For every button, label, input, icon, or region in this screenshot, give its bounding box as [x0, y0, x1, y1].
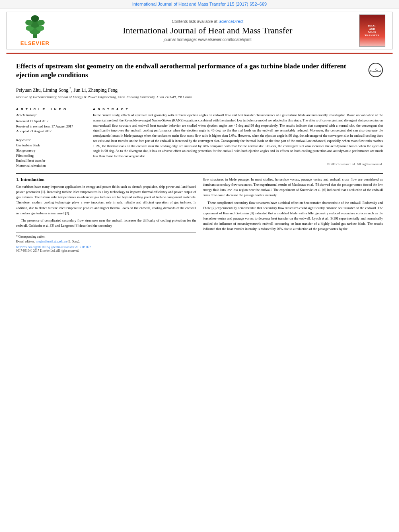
article-info-label: A R T I C L E I N F O: [16, 107, 86, 111]
journal-homepage: journal homepage: www.elsevier.com/locat…: [59, 37, 356, 42]
elsevier-tree-icon: [21, 15, 49, 39]
keyword-3: Film cooling: [16, 153, 86, 158]
abstract-column: A B S T R A C T In the current study, ef…: [93, 107, 383, 168]
article-title: Effects of upstream slot geometry on the…: [16, 62, 364, 80]
intro-right-body-text: flow structures in blade passage. In mos…: [203, 177, 383, 232]
copyright: © 2017 Elsevier Ltd. All rights reserved…: [93, 162, 383, 166]
contents-line: Contents lists available at ScienceDirec…: [59, 19, 356, 24]
journal-title: International Journal of Heat and Mass T…: [59, 25, 356, 36]
crossmark-icon: ✓ CrossMark: [368, 63, 383, 77]
intro-right-para-1: flow structures in blade passage. In mos…: [203, 177, 383, 198]
doi-text: http://dx.doi.org/10.1016/j.ijheatmasstr…: [16, 245, 91, 249]
crossmark-badge-area: ✓ CrossMark: [368, 63, 383, 77]
page: International Journal of Heat and Mass T…: [0, 0, 399, 532]
article-info-abstract-row: A R T I C L E I N F O Article history: R…: [16, 107, 383, 168]
revised-date: Received in revised form 17 August 2017: [16, 124, 86, 129]
divider-after-affiliation: [16, 104, 383, 104]
keywords-block: Keywords: Gas turbine blade Slot geometr…: [16, 138, 86, 168]
article-info-column: A R T I C L E I N F O Article history: R…: [16, 107, 86, 168]
email-label: E-mail address:: [16, 240, 35, 243]
keyword-5: Numerical simulation: [16, 163, 86, 168]
journal-cover-image: HEAT AND MASS TRANSFER: [359, 14, 385, 47]
citation-text: International Journal of Heat and Mass T…: [132, 2, 267, 6]
svg-point-6: [37, 20, 45, 25]
article-content: Effects of upstream slot geometry on the…: [0, 54, 399, 257]
intro-para-2: The presence of complicated secondary fl…: [16, 218, 196, 228]
email-suffix: (L. Song).: [68, 240, 80, 243]
intro-right-column: flow structures in blade passage. In mos…: [203, 177, 383, 253]
authors: Peiyuan Zhu, Liming Song *, Jun Li, Zhen…: [16, 87, 383, 93]
keywords-heading: Keywords:: [16, 138, 86, 142]
received-date: Received 11 April 2017: [16, 119, 86, 124]
accepted-date: Accepted 21 August 2017: [16, 129, 86, 134]
citation-bar: International Journal of Heat and Mass T…: [0, 0, 399, 8]
author-list: Peiyuan Zhu, Liming Song *, Jun Li, Zhen…: [16, 87, 117, 93]
intro-heading-text: 1. Introduction: [16, 177, 45, 182]
journal-cover: HEAT AND MASS TRANSFER: [356, 14, 388, 47]
email-line: E-mail address: songlm@mail.xjtu.edu.cn …: [16, 239, 196, 244]
article-history: Article history: Received 11 April 2017 …: [16, 113, 86, 134]
sciencedirect-link[interactable]: ScienceDirect: [218, 19, 243, 24]
abstract-text: In the current study, effects of upstrea…: [93, 113, 383, 159]
keyword-2: Slot geometry: [16, 148, 86, 153]
keyword-4: Endwall heat transfer: [16, 158, 86, 163]
journal-title-area: Contents lists available at ScienceDirec…: [59, 19, 356, 42]
intro-left-column: 1. Introduction Gas turbines have many i…: [16, 177, 196, 253]
intro-right-para-2: These complicated secondary flow structu…: [203, 200, 383, 232]
introduction-section: 1. Introduction Gas turbines have many i…: [16, 177, 383, 253]
email-address[interactable]: songlm@mail.xjtu.edu.cn: [36, 240, 67, 243]
intro-para-1: Gas turbines have many important applica…: [16, 184, 196, 216]
keyword-1: Gas turbine blade: [16, 143, 86, 148]
corresponding-note: * Corresponding author.: [16, 234, 196, 239]
doi-line[interactable]: http://dx.doi.org/10.1016/j.ijheatmasstr…: [16, 245, 196, 249]
affiliation: Institute of Turbomachinery, School of E…: [16, 95, 383, 99]
lower-divider: [16, 173, 383, 174]
cover-title-text: HEAT AND MASS TRANSFER: [364, 24, 380, 37]
svg-point-5: [25, 20, 33, 25]
svg-point-7: [31, 15, 39, 22]
journal-header: ELSEVIER Contents lists available at Sci…: [6, 12, 393, 49]
footnote-area: * Corresponding author. E-mail address: …: [16, 232, 196, 244]
intro-heading: 1. Introduction: [16, 177, 196, 182]
intro-body-text: Gas turbines have many important applica…: [16, 184, 196, 228]
elsevier-brand: ELSEVIER: [21, 40, 49, 46]
publisher-logo: ELSEVIER: [11, 15, 59, 46]
abstract-label: A B S T R A C T: [93, 107, 383, 111]
history-heading: Article history:: [16, 113, 86, 118]
elsevier-logo: ELSEVIER: [21, 15, 49, 46]
issn-line: 0017-9310/© 2017 Elsevier Ltd. All right…: [16, 249, 196, 253]
